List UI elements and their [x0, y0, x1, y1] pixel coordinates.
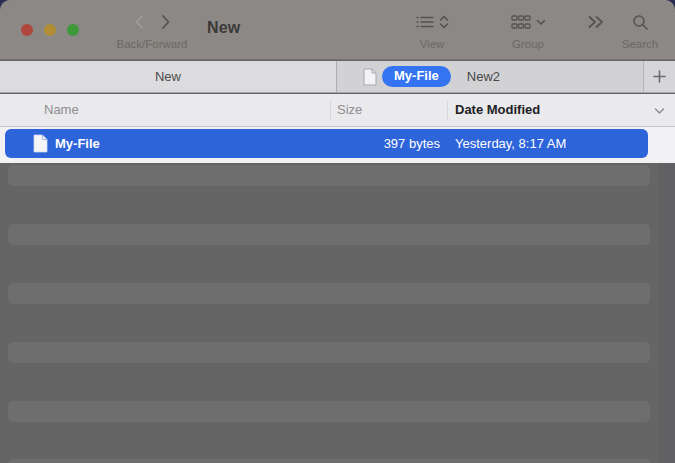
document-icon [363, 68, 377, 86]
table-row-my-file[interactable]: My-File 397 bytes Yesterday, 8:17 AM [5, 129, 648, 158]
view-label: View [398, 38, 466, 50]
double-chevron-right-icon [587, 15, 605, 29]
view-button[interactable]: View [398, 11, 466, 50]
plus-icon [653, 70, 666, 83]
tab-new-label: New [155, 69, 181, 84]
dragged-file-ghost[interactable]: My-File [363, 66, 451, 87]
list-view-icon [416, 15, 434, 29]
titlebar: Back/Forward New View [0, 0, 675, 60]
finder-window: Back/Forward New View [0, 0, 675, 463]
close-window-button[interactable] [21, 24, 33, 36]
column-header-size[interactable]: Size [337, 102, 362, 117]
add-tab-button[interactable] [644, 61, 675, 92]
empty-row-stripe [8, 224, 650, 245]
zoom-window-button[interactable] [67, 24, 79, 36]
empty-row-stripe [8, 283, 650, 304]
list-column-headers: Name Size Date Modified [0, 94, 675, 127]
column-divider[interactable] [330, 100, 331, 121]
search-button[interactable]: Search [614, 11, 666, 50]
column-header-name[interactable]: Name [44, 102, 79, 117]
tab-new2[interactable]: My-File New2 [337, 61, 644, 92]
toolbar-overflow-button[interactable] [580, 11, 612, 33]
search-label: Search [614, 38, 666, 50]
chevron-down-icon [536, 19, 546, 26]
tab-new2-label: New2 [467, 69, 500, 84]
chevron-up-down-icon [439, 14, 449, 30]
empty-row-stripe [8, 342, 650, 363]
minimize-window-button[interactable] [44, 24, 56, 36]
row-file-size: 397 bytes [335, 136, 440, 151]
back-forward-label: Back/Forward [108, 38, 196, 50]
empty-row-stripe [8, 401, 650, 422]
chevron-right-icon [161, 14, 171, 30]
row-file-name: My-File [55, 136, 100, 151]
dimmed-empty-list-area [0, 163, 675, 463]
traffic-lights [21, 24, 79, 36]
column-header-date-modified[interactable]: Date Modified [455, 102, 540, 117]
document-icon [33, 134, 48, 153]
column-divider[interactable] [447, 100, 448, 121]
group-label: Group [494, 38, 562, 50]
dragged-file-pill: My-File [382, 66, 451, 87]
sort-direction-chevron-icon[interactable] [654, 103, 665, 118]
forward-button[interactable] [159, 12, 173, 32]
scrollbar-gutter [658, 163, 675, 463]
row-date-modified: Yesterday, 8:17 AM [455, 136, 566, 151]
back-forward-group: Back/Forward [108, 11, 196, 50]
group-grid-icon [511, 15, 531, 30]
empty-row-stripe [8, 459, 650, 463]
chevron-left-icon [134, 14, 144, 30]
back-button[interactable] [132, 12, 146, 32]
tab-bar: New My-File New2 [0, 61, 675, 93]
group-button[interactable]: Group [494, 11, 562, 50]
file-list: My-File 397 bytes Yesterday, 8:17 AM [0, 127, 675, 163]
empty-row-stripe [8, 165, 650, 186]
tab-new[interactable]: New [0, 61, 337, 92]
search-icon [632, 14, 649, 31]
window-title: New [207, 19, 241, 37]
